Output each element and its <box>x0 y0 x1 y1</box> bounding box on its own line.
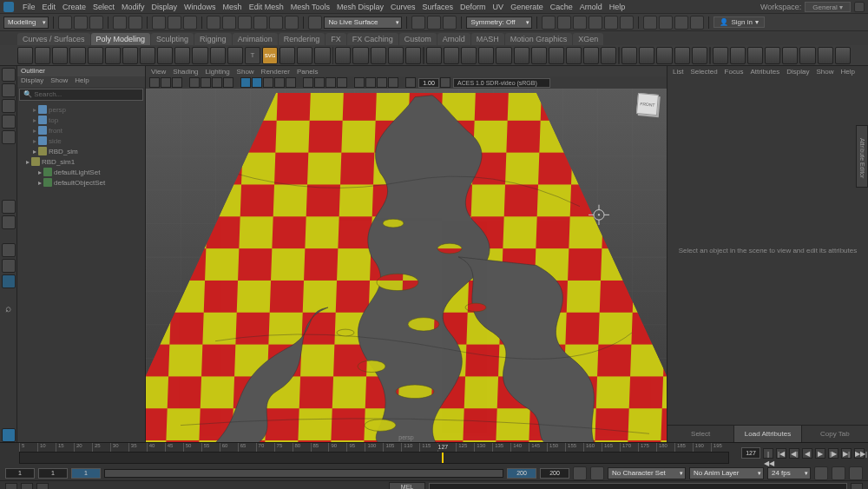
menu-surfaces[interactable]: Surfaces <box>423 3 454 11</box>
lighting-icon[interactable] <box>620 16 634 30</box>
attr-menu-attributes[interactable]: Attributes <box>750 68 779 76</box>
tab-polymodeling[interactable]: Poly Modeling <box>91 33 151 45</box>
merge-center-icon[interactable] <box>583 47 599 64</box>
range-slider[interactable] <box>104 469 503 478</box>
append-poly-icon[interactable] <box>496 47 511 64</box>
tab-curves[interactable]: Curves / Surfaces <box>17 33 90 45</box>
outliner-search-input[interactable]: 🔍 Search... <box>19 89 143 101</box>
signin-button[interactable]: 👤 Sign in ▾ <box>713 17 764 28</box>
vt-camera-icon[interactable] <box>149 77 160 88</box>
workspace-dropdown[interactable]: General ▾ <box>805 2 851 12</box>
go-end-icon[interactable]: ▶▶| <box>854 448 865 459</box>
superellipse-icon[interactable] <box>279 47 295 64</box>
menu-mesh[interactable]: Mesh <box>223 3 242 11</box>
tab-mash[interactable]: MASH <box>471 33 504 45</box>
vt-exposure-field[interactable]: 1.00 <box>418 78 439 88</box>
mirror-icon[interactable] <box>713 47 728 64</box>
triangulate-icon[interactable] <box>730 47 746 64</box>
maya-logo-icon[interactable] <box>2 428 16 442</box>
crease-icon[interactable] <box>674 47 690 64</box>
detach-icon[interactable] <box>549 47 564 64</box>
snap-curve-icon[interactable] <box>222 16 236 30</box>
vt-dof-icon[interactable] <box>388 77 398 88</box>
vt-film-gate-icon[interactable] <box>201 77 211 88</box>
range-opt1-icon[interactable] <box>573 466 587 480</box>
menu-editmesh[interactable]: Edit Mesh <box>249 3 284 11</box>
menu-display[interactable]: Display <box>152 3 178 11</box>
menu-edit[interactable]: Edit <box>43 3 56 11</box>
poly-disc-icon[interactable] <box>122 47 138 64</box>
remesh-icon[interactable] <box>818 47 833 64</box>
range-opt2-icon[interactable] <box>590 466 604 480</box>
outliner-item[interactable]: ▸top <box>19 115 143 125</box>
viewport-menu-shading[interactable]: Shading <box>173 68 198 76</box>
retopo-icon[interactable] <box>782 47 798 64</box>
tab-custom[interactable]: Custom <box>399 33 437 45</box>
bevel-icon[interactable] <box>444 47 459 64</box>
viewport-menu-view[interactable]: View <box>151 68 166 76</box>
outliner-menu-help[interactable]: Help <box>75 76 89 87</box>
tab-xgen[interactable]: XGen <box>573 33 603 45</box>
step-back-icon[interactable]: ◀| <box>789 448 799 459</box>
menu-meshtools[interactable]: Mesh Tools <box>291 3 330 11</box>
layout3-icon[interactable] <box>2 274 16 288</box>
attr-menu-help[interactable]: Help <box>840 68 854 76</box>
save-scene-icon[interactable] <box>89 16 103 30</box>
collapse-icon[interactable] <box>514 47 529 64</box>
cmd-btn2-icon[interactable] <box>21 483 33 490</box>
redo-icon[interactable] <box>128 16 142 30</box>
move-tool-icon[interactable] <box>2 99 16 113</box>
cmd-btn1-icon[interactable] <box>5 483 17 490</box>
menu-uv[interactable]: UV <box>493 3 504 11</box>
rotate-tool-icon[interactable] <box>2 115 16 129</box>
mel-label[interactable]: MEL <box>389 482 425 490</box>
quadrangulate-icon[interactable] <box>747 47 763 64</box>
vt-textured-icon[interactable] <box>263 77 273 88</box>
vt-lights-icon[interactable] <box>274 77 285 88</box>
range-slider-start-field[interactable]: 1 <box>71 468 101 479</box>
go-start-icon[interactable]: |◀◀ <box>763 448 773 459</box>
range-end-field[interactable]: 200 <box>540 468 569 479</box>
panel-layout1-icon[interactable] <box>643 16 657 30</box>
menu-cache[interactable]: Cache <box>550 3 573 11</box>
step-forward-key-icon[interactable]: ▶| <box>841 448 852 459</box>
poly-helix-icon[interactable] <box>210 47 226 64</box>
outliner-menu-display[interactable]: Display <box>21 76 43 87</box>
vt-exposure-icon[interactable] <box>405 77 416 88</box>
four-pane-icon[interactable] <box>2 215 16 229</box>
panel-layout3-icon[interactable] <box>674 16 688 30</box>
tab-rigging[interactable]: Rigging <box>194 33 232 45</box>
live-surface-dropdown[interactable]: No Live Surface <box>324 17 402 29</box>
menu-help[interactable]: Help <box>609 3 626 11</box>
attr-menu-list[interactable]: List <box>673 68 683 76</box>
vt-bookmark-icon[interactable] <box>161 77 171 88</box>
search-tool-icon[interactable]: ⌕ <box>2 302 16 316</box>
range-start-field[interactable]: 1 <box>5 468 35 479</box>
snap-view-icon[interactable] <box>285 16 299 30</box>
history-icon[interactable] <box>411 16 425 30</box>
sculpt-icon[interactable] <box>799 47 815 64</box>
symmetry-dropdown[interactable]: Symmetry: Off <box>466 17 532 29</box>
platonic-icon[interactable] <box>140 47 155 64</box>
poly-torus-icon[interactable] <box>88 47 103 64</box>
tab-arnold[interactable]: Arnold <box>437 33 470 45</box>
multicut-icon[interactable] <box>621 47 637 64</box>
render-setup-icon[interactable] <box>604 16 618 30</box>
vt-shaded-icon[interactable] <box>252 77 262 88</box>
svg-icon[interactable]: SVG <box>262 47 278 64</box>
outliner-menu-show[interactable]: Show <box>50 76 68 87</box>
layout2-icon[interactable] <box>2 259 16 273</box>
attr-menu-focus[interactable]: Focus <box>725 68 744 76</box>
outliner-item[interactable]: ▸RBD_sim <box>19 146 143 156</box>
separate-icon[interactable] <box>352 47 368 64</box>
viewport-menu-show[interactable]: Show <box>237 68 254 76</box>
panel-layout2-icon[interactable] <box>659 16 673 30</box>
anim-layer-dropdown[interactable]: No Anim Layer <box>689 467 764 479</box>
poly-cylinder-icon[interactable] <box>52 47 68 64</box>
poly-gear-icon[interactable] <box>227 47 243 64</box>
combine-icon[interactable] <box>335 47 351 64</box>
viewport-menu-lighting[interactable]: Lighting <box>206 68 230 76</box>
reduce-icon[interactable] <box>765 47 780 64</box>
tab-rendering[interactable]: Rendering <box>279 33 326 45</box>
tab-motiongraphics[interactable]: Motion Graphics <box>505 33 573 45</box>
